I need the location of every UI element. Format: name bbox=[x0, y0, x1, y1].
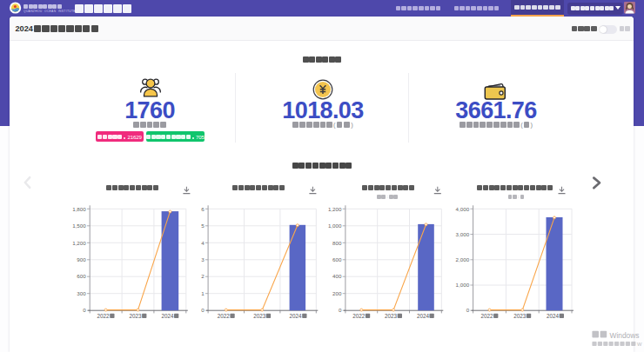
svg-text:2024: 2024 bbox=[161, 313, 174, 319]
svg-text:2023: 2023 bbox=[253, 313, 266, 319]
svg-text:4: 4 bbox=[201, 240, 205, 246]
svg-text:1,800: 1,800 bbox=[72, 206, 86, 212]
svg-text:2024: 2024 bbox=[417, 313, 430, 319]
svg-text:1,000: 1,000 bbox=[456, 282, 470, 288]
svg-text:0: 0 bbox=[339, 307, 342, 313]
svg-text:5: 5 bbox=[201, 222, 205, 229]
svg-text:2022: 2022 bbox=[481, 313, 494, 319]
svg-text:800: 800 bbox=[332, 240, 342, 246]
svg-text:2: 2 bbox=[201, 273, 205, 279]
svg-text:0: 0 bbox=[466, 307, 470, 313]
svg-text:0: 0 bbox=[201, 307, 205, 313]
svg-text:2,000: 2,000 bbox=[456, 256, 470, 262]
svg-text:2022: 2022 bbox=[352, 313, 366, 319]
svg-text:1,200: 1,200 bbox=[328, 206, 342, 212]
svg-text:Windows: Windows bbox=[610, 331, 640, 340]
svg-text:2024: 2024 bbox=[547, 313, 560, 319]
svg-text:400: 400 bbox=[332, 273, 342, 279]
svg-text:2023: 2023 bbox=[130, 313, 143, 319]
svg-text:3: 3 bbox=[201, 256, 205, 262]
svg-text:6: 6 bbox=[201, 206, 205, 212]
svg-text:2024: 2024 bbox=[290, 313, 303, 319]
svg-text:2022: 2022 bbox=[97, 313, 111, 319]
svg-text:1,000: 1,000 bbox=[328, 222, 342, 229]
svg-text:2022: 2022 bbox=[218, 313, 231, 319]
svg-text:0: 0 bbox=[83, 307, 86, 313]
svg-text:1: 1 bbox=[201, 290, 205, 296]
svg-text:2023: 2023 bbox=[385, 313, 398, 319]
svg-text:900: 900 bbox=[77, 256, 86, 262]
svg-text:300: 300 bbox=[77, 290, 86, 296]
svg-text:W: W bbox=[637, 342, 642, 347]
svg-text:600: 600 bbox=[332, 256, 342, 262]
svg-text:3,000: 3,000 bbox=[456, 231, 470, 237]
svg-text:4,000: 4,000 bbox=[456, 206, 470, 212]
svg-text:200: 200 bbox=[332, 290, 342, 296]
svg-text:2023: 2023 bbox=[513, 313, 527, 319]
svg-text:600: 600 bbox=[77, 273, 86, 279]
svg-text:1,500: 1,500 bbox=[72, 222, 86, 229]
svg-text:1,200: 1,200 bbox=[72, 240, 86, 246]
